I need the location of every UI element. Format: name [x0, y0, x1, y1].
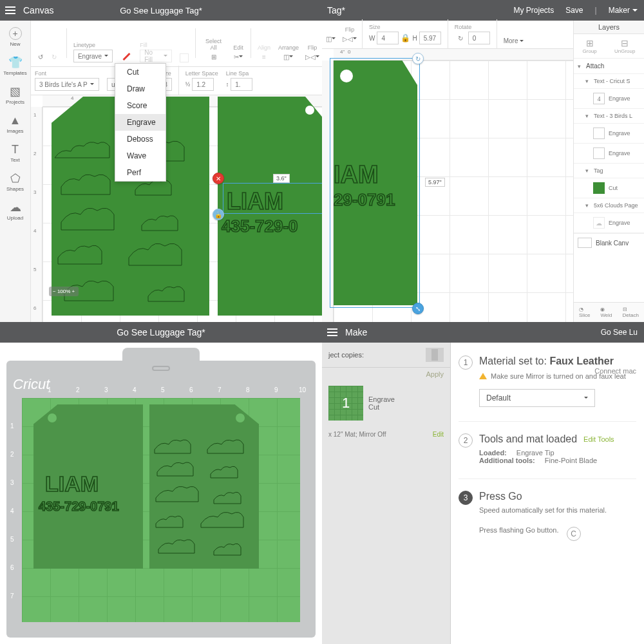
- rotate-label: Rotate: [455, 24, 472, 30]
- flip-icon[interactable]: ▷◁: [344, 33, 355, 44]
- align-icon[interactable]: ≡: [258, 51, 270, 62]
- step-3-line2: Press flashing Go button.C: [479, 523, 636, 537]
- mat-hanger: [152, 366, 170, 371]
- layer-clouds-engrave[interactable]: ☁Engrave: [574, 213, 644, 233]
- mat-ops: Engrave Cut: [368, 395, 395, 411]
- arrange-icon[interactable]: ◫: [325, 33, 336, 44]
- mat-edit-link[interactable]: Edit: [433, 431, 444, 438]
- weld-button[interactable]: ◉Weld: [600, 307, 612, 318]
- mat-grid[interactable]: LIAM 435-729-0791: [22, 398, 300, 622]
- layer-text-cricut[interactable]: ▾Text - Cricut S: [574, 74, 644, 89]
- rail-text[interactable]: TText: [0, 140, 31, 166]
- project-name: Go See Luggage Tag*: [120, 6, 202, 15]
- apply-button[interactable]: Apply: [322, 368, 450, 381]
- canvas-area[interactable]: 4"0 IAM 29-0791 ↻ ⤡ 5.97": [322, 49, 573, 322]
- project-name: Go See Lu: [601, 328, 638, 337]
- menu-icon[interactable]: [327, 328, 337, 336]
- step-2-additional: Additional tools: Fine-Point Blade: [479, 457, 636, 464]
- linetype-opt-perf[interactable]: Perf: [115, 164, 166, 181]
- lock-aspect-icon[interactable]: 🔒: [401, 33, 410, 43]
- rotate-input[interactable]: 0: [468, 32, 490, 44]
- edit-icon[interactable]: ✂: [232, 51, 244, 62]
- mat-tag-name[interactable]: LIAM 435-729-0791: [33, 404, 143, 569]
- edit-tools-link[interactable]: Edit Tools: [583, 435, 614, 443]
- layer-attach[interactable]: ▾Attach: [574, 59, 644, 74]
- mat-row[interactable]: 1 Engrave Cut: [322, 381, 450, 426]
- zoom-indicator[interactable]: − 100% +: [49, 287, 79, 296]
- arrange-icon[interactable]: ◫: [283, 51, 294, 62]
- top-bar: Tag* My Projects Save | Maker: [322, 0, 644, 21]
- undo-icon[interactable]: ↺: [35, 51, 46, 62]
- machine-dropdown[interactable]: Maker: [609, 6, 638, 15]
- go-button-icon[interactable]: C: [567, 527, 581, 541]
- lock-handle[interactable]: 🔒: [213, 209, 224, 220]
- mat-frame: Cricut 12345678910 1234567 LIAM 435-729-…: [6, 361, 316, 638]
- top-bar: Make Go See Lu: [322, 322, 644, 343]
- step-3-badge: 3: [459, 491, 473, 505]
- detach-button[interactable]: ⊟Detach: [623, 307, 639, 318]
- mat-thumbnail[interactable]: 1: [328, 386, 363, 421]
- layer-text-3birds-engrave1[interactable]: Engrave: [574, 124, 644, 144]
- blank-canvas-row[interactable]: Blank Canv: [574, 233, 644, 252]
- rail-templates[interactable]: 👕Templates: [0, 53, 31, 79]
- rail-projects[interactable]: ▧Projects: [0, 82, 31, 108]
- my-projects-link[interactable]: My Projects: [513, 6, 554, 15]
- linetype-opt-draw[interactable]: Draw: [115, 80, 166, 97]
- delete-handle[interactable]: ✕: [213, 173, 224, 184]
- fill-dropdown[interactable]: No Fill: [140, 50, 172, 62]
- layer-text-3birds[interactable]: ▾Text - 3 Birds L: [574, 109, 644, 124]
- connect-machine[interactable]: Connect mac: [594, 367, 636, 375]
- step-2-badge: 2: [459, 433, 473, 448]
- app-title: Canvas: [23, 5, 53, 15]
- linespace-input[interactable]: 1.: [231, 78, 252, 91]
- redo-icon[interactable]: ↻: [48, 51, 60, 62]
- menu-icon[interactable]: [5, 6, 15, 14]
- select-all-icon[interactable]: ⊞: [208, 51, 220, 62]
- mat-ruler-h: 12345678910: [22, 386, 300, 397]
- linetype-opt-deboss[interactable]: Deboss: [115, 131, 166, 147]
- linetype-opt-cut[interactable]: Cut: [115, 64, 166, 80]
- rail-new[interactable]: +New: [0, 24, 31, 50]
- ungroup-button[interactable]: ⊟UnGroup: [614, 38, 635, 54]
- layer-clouds[interactable]: ▾5x6 Clouds Page: [574, 198, 644, 213]
- rotate-handle[interactable]: ↻: [412, 53, 424, 64]
- layer-text-cricut-engrave[interactable]: 4Engrave: [574, 89, 644, 109]
- linetype-opt-score[interactable]: Score: [115, 97, 166, 114]
- fill-label: Fill: [140, 42, 147, 48]
- resize-handle[interactable]: ⤡: [412, 303, 424, 314]
- flip-icon[interactable]: ▷◁: [307, 51, 318, 62]
- mat-tag-clouds[interactable]: [149, 404, 259, 569]
- rail-images[interactable]: ▲Images: [0, 111, 31, 137]
- linetype-opt-wave[interactable]: Wave: [115, 147, 166, 164]
- arrange-label: Arrange: [278, 44, 299, 51]
- material-preset-dropdown[interactable]: Default: [479, 389, 595, 407]
- linetype-label: Linetype: [73, 42, 95, 48]
- step-1-badge: 1: [459, 355, 473, 370]
- width-input[interactable]: 4: [377, 32, 399, 44]
- step-1: 1 Material set to: Faux Leather Make sur…: [459, 355, 636, 407]
- layer-tag-cut[interactable]: Cut: [574, 178, 644, 198]
- copies-stepper[interactable]: [426, 348, 444, 362]
- step-2: 2 Tools and mat loadedEdit Tools Loaded:…: [459, 433, 636, 464]
- rotate-icon[interactable]: ↻: [455, 32, 466, 44]
- layer-text-3birds-engrave2[interactable]: Engrave: [574, 144, 644, 164]
- rail-upload[interactable]: ☁Upload: [0, 198, 31, 223]
- more-dropdown[interactable]: More: [504, 37, 524, 44]
- group-button[interactable]: ⊞Group: [583, 38, 597, 54]
- selection-box[interactable]: [223, 183, 322, 214]
- project-name: Go See Luggage Tag*: [117, 327, 205, 337]
- letterspace-input[interactable]: 1.2: [192, 78, 214, 91]
- font-dropdown[interactable]: 3 Birds Life's A P: [35, 78, 99, 91]
- rail-shapes[interactable]: ⬠Shapes: [0, 169, 31, 194]
- linetype-opt-engrave[interactable]: Engrave: [115, 114, 166, 131]
- step-2-title: Tools and mat loadedEdit Tools: [479, 433, 636, 445]
- line-color-icon[interactable]: [122, 53, 130, 61]
- slice-button[interactable]: ◔Slice: [579, 307, 590, 318]
- fill-color-swatch[interactable]: [180, 53, 189, 62]
- layer-tag[interactable]: ▾Tag: [574, 164, 644, 178]
- linetype-dropdown[interactable]: Engrave: [73, 50, 113, 62]
- save-link[interactable]: Save: [565, 6, 583, 15]
- layers-title: Layers: [574, 21, 644, 34]
- height-input[interactable]: 5.97: [419, 32, 441, 44]
- selection-box[interactable]: [330, 58, 420, 308]
